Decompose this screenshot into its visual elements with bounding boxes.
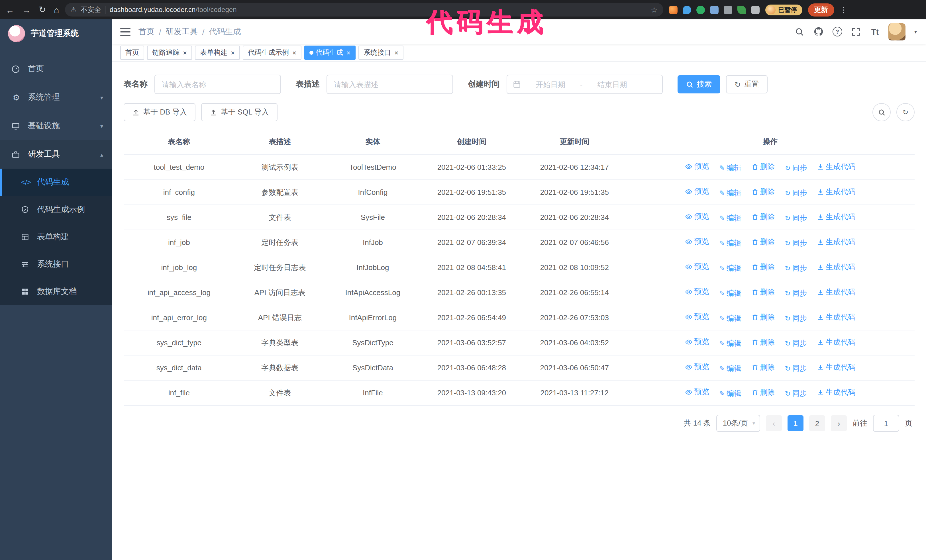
edit-link[interactable]: ✎ 编辑 [719,313,741,324]
close-icon[interactable]: × [292,49,296,56]
preview-link[interactable]: 预览 [685,237,709,247]
delete-link[interactable]: 删除 [751,287,775,297]
delete-link[interactable]: 删除 [751,237,775,247]
page-button-1[interactable]: 1 [788,415,803,431]
fox-icon[interactable] [669,5,677,14]
sidebar-item-codegen-example[interactable]: 代码生成示例 [0,196,112,223]
generate-code-link[interactable]: 生成代码 [817,312,855,323]
v-icon[interactable] [696,5,705,14]
generate-code-link[interactable]: 生成代码 [817,262,855,272]
browser-menu-icon[interactable]: ⋮ [840,5,848,14]
prev-page-button[interactable]: ‹ [766,415,782,431]
github-icon[interactable] [814,27,824,37]
tab-codegen[interactable]: 代码生成× [304,45,356,60]
delete-link[interactable]: 删除 [751,387,775,398]
url-text[interactable]: dashboard.yudao.iocoder.cn/tool/codegen [110,6,647,14]
delete-link[interactable]: 删除 [751,362,775,373]
generate-code-link[interactable]: 生成代码 [817,237,855,247]
sidebar-item-system-api[interactable]: 系统接口 [0,251,112,278]
sidebar-item-devtools[interactable]: 研发工具 ▴ [0,140,112,169]
generate-code-link[interactable]: 生成代码 [817,162,855,172]
fullscreen-icon[interactable] [851,27,861,37]
sidebar-item-infra[interactable]: 基础设施 ▾ [0,112,112,140]
sync-link[interactable]: ↻ 同步 [785,213,807,223]
delete-link[interactable]: 删除 [751,337,775,347]
refresh-table-button[interactable]: ↻ [896,103,915,121]
delete-link[interactable]: 删除 [751,212,775,222]
sidebar-item-codegen[interactable]: </> 代码生成 [0,169,112,196]
delete-link[interactable]: 删除 [751,162,775,172]
sidebar-item-db-docs[interactable]: 数据库文档 [0,278,112,305]
sidebar-item-system[interactable]: ⚙ 系统管理 ▾ [0,83,112,112]
import-sql-button[interactable]: 基于 SQL 导入 [201,103,278,121]
translate-icon[interactable] [723,5,732,14]
sync-link[interactable]: ↻ 同步 [785,238,807,248]
import-db-button[interactable]: 基于 DB 导入 [124,103,196,121]
update-button[interactable]: 更新 [808,3,834,16]
forward-icon[interactable]: → [22,5,31,15]
user-avatar[interactable] [889,23,906,40]
sidebar-item-home[interactable]: 首页 [0,55,112,83]
edit-link[interactable]: ✎ 编辑 [719,288,741,299]
breadcrumb-home[interactable]: 首页 [138,27,154,37]
end-date-input[interactable] [586,80,639,89]
edit-link[interactable]: ✎ 编辑 [719,213,741,223]
toggle-search-button[interactable] [872,103,891,121]
page-button-2[interactable]: 2 [809,415,825,431]
generate-code-link[interactable]: 生成代码 [817,337,855,347]
help-icon[interactable]: ? [832,27,843,37]
goto-page-input[interactable] [873,415,899,432]
edit-link[interactable]: ✎ 编辑 [719,388,741,399]
tab-tracing[interactable]: 链路追踪× [147,45,192,60]
home-icon[interactable]: ⌂ [54,5,59,15]
preview-link[interactable]: 预览 [685,262,709,272]
preview-link[interactable]: 预览 [685,187,709,197]
preview-link[interactable]: 预览 [685,362,709,372]
leaf-icon[interactable] [737,5,746,14]
close-icon[interactable]: × [346,49,351,56]
preview-link[interactable]: 预览 [685,312,709,322]
start-date-input[interactable] [524,80,577,89]
reload-icon[interactable]: ↻ [39,5,46,15]
generate-code-link[interactable]: 生成代码 [817,287,855,297]
close-icon[interactable]: × [183,49,187,56]
bookmark-star-icon[interactable]: ☆ [651,5,657,14]
sidebar-item-form-builder[interactable]: 表单构建 [0,223,112,251]
tab-system-api[interactable]: 系统接口× [359,45,404,60]
search-button[interactable]: 搜索 [678,75,720,94]
sync-link[interactable]: ↻ 同步 [785,388,807,399]
security-label[interactable]: 不安全 [81,5,101,15]
sidebar-collapse-icon[interactable] [120,28,130,36]
delete-link[interactable]: 删除 [751,187,775,197]
reset-button[interactable]: ↻ 重置 [726,75,767,94]
edit-link[interactable]: ✎ 编辑 [719,338,741,349]
preview-link[interactable]: 预览 [685,211,709,222]
tab-home[interactable]: 首页 [120,45,144,60]
sync-link[interactable]: ↻ 同步 [785,338,807,349]
sync-link[interactable]: ↻ 同步 [785,288,807,299]
edit-link[interactable]: ✎ 编辑 [719,188,741,198]
edit-link[interactable]: ✎ 编辑 [719,238,741,248]
tab-form-builder[interactable]: 表单构建× [195,45,240,60]
sync-link[interactable]: ↻ 同步 [785,364,807,374]
profile-chip[interactable]: 已暂停 [765,4,802,15]
back-icon[interactable]: ← [6,5,14,15]
delete-link[interactable]: 删除 [751,262,775,272]
close-icon[interactable]: × [231,49,235,56]
preview-link[interactable]: 预览 [685,162,709,172]
sync-link[interactable]: ↻ 同步 [785,188,807,198]
edit-link[interactable]: ✎ 编辑 [719,263,741,273]
page-size-select[interactable]: 10条/页 ▾ [717,415,760,432]
font-size-icon[interactable]: Tt [870,27,880,37]
people-icon[interactable] [710,5,718,14]
preview-link[interactable]: 预览 [685,387,709,397]
generate-code-link[interactable]: 生成代码 [817,362,855,373]
generate-code-link[interactable]: 生成代码 [817,212,855,222]
puzzle-icon[interactable] [751,5,759,14]
preview-link[interactable]: 预览 [685,287,709,297]
user-menu-caret-icon[interactable]: ▾ [914,29,917,35]
date-range-picker[interactable]: - [507,75,663,94]
close-icon[interactable]: × [394,49,398,56]
sync-link[interactable]: ↻ 同步 [785,263,807,273]
preview-link[interactable]: 预览 [685,337,709,347]
